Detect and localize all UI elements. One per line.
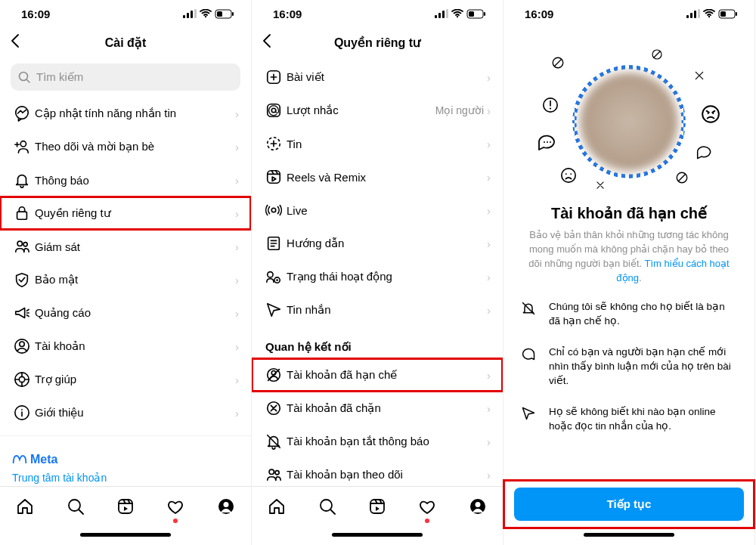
svg-point-68	[544, 141, 545, 143]
tab-home[interactable]	[268, 497, 286, 519]
row-guides[interactable]: Hướng dẫn ›	[252, 227, 503, 260]
row-story[interactable]: Tin ›	[252, 127, 503, 160]
svg-line-22	[79, 509, 83, 514]
row-live[interactable]: Live ›	[252, 194, 503, 227]
blocked-icon	[265, 400, 282, 416]
row-messaging-update[interactable]: Cập nhật tính năng nhắn tin ›	[0, 97, 251, 130]
tab-search[interactable]	[318, 497, 336, 519]
row-account[interactable]: Tài khoản ›	[0, 330, 251, 363]
chevron-right-icon: ›	[235, 373, 239, 386]
chevron-right-icon: ›	[487, 204, 491, 217]
back-button[interactable]	[8, 30, 23, 54]
shield-icon	[14, 271, 30, 288]
chevron-right-icon: ›	[487, 138, 491, 150]
chevron-left-icon	[262, 33, 271, 48]
row-follow-invite[interactable]: Theo dõi và mời bạn bè ›	[0, 130, 251, 163]
row-restricted-accounts[interactable]: Tài khoản đã hạn chế ›	[252, 358, 503, 392]
svg-point-50	[275, 471, 279, 475]
meta-block: Meta Trung tâm tài khoản Kiểm soát chế đ…	[0, 442, 251, 486]
svg-point-71	[562, 169, 575, 182]
story-icon	[265, 135, 282, 152]
comment-icon	[521, 346, 536, 361]
continue-button[interactable]: Tiếp tục	[514, 488, 744, 521]
section-connections: Quan hệ kết nối	[252, 327, 503, 358]
svg-point-78	[712, 113, 714, 114]
reels-icon	[368, 497, 386, 516]
screen-privacy: 16:09 Quyền riêng tư Bài viết › Lượt nhắ…	[252, 0, 503, 545]
svg-point-39	[271, 208, 276, 212]
row-help[interactable]: Trợ giúp ›	[0, 363, 251, 396]
svg-rect-7	[217, 11, 222, 17]
block-icon	[551, 56, 565, 70]
chevron-right-icon: ›	[235, 207, 239, 220]
tab-profile[interactable]	[217, 497, 235, 519]
svg-rect-6	[232, 12, 234, 16]
search-placeholder: Tìm kiếm	[36, 70, 83, 84]
chevron-right-icon: ›	[487, 171, 491, 184]
row-notifications[interactable]: Thông báo ›	[0, 163, 251, 197]
svg-rect-38	[268, 171, 280, 184]
close-icon	[595, 180, 606, 190]
screen-restrict-intro: 16:09 Tài khoản đã hạn chế Bảo vệ bản th…	[503, 0, 755, 545]
notification-dot	[425, 519, 429, 523]
svg-rect-29	[446, 9, 448, 18]
reels-icon	[116, 497, 135, 516]
comment-icon	[538, 135, 557, 151]
tab-home[interactable]	[16, 497, 34, 519]
tab-activity[interactable]	[418, 497, 436, 519]
row-messages[interactable]: Tin nhắn ›	[252, 293, 503, 327]
tab-activity[interactable]	[166, 497, 184, 519]
add-user-icon	[14, 138, 30, 155]
heart-icon	[418, 497, 436, 516]
lock-icon	[14, 205, 30, 221]
row-supervision[interactable]: Giám sát ›	[0, 230, 251, 263]
chevron-right-icon: ›	[235, 174, 239, 187]
block-icon	[651, 48, 663, 60]
people-icon	[14, 238, 30, 255]
svg-rect-28	[442, 11, 445, 18]
nav-header: Cài đặt	[0, 27, 251, 57]
chevron-right-icon: ›	[235, 274, 239, 286]
row-security[interactable]: Bảo mật ›	[0, 263, 251, 296]
svg-point-41	[268, 272, 273, 277]
status-bar: 16:09	[0, 0, 251, 27]
chevron-right-icon: ›	[487, 304, 491, 317]
row-about[interactable]: Giới thiệu ›	[0, 396, 251, 429]
status-indicators	[686, 9, 738, 19]
chevron-right-icon: ›	[487, 402, 491, 415]
screen-settings: 16:09 Cài đặt Tìm kiếm Cập nhật tính năn…	[0, 0, 252, 545]
row-ads[interactable]: Quảng cáo ›	[0, 296, 251, 330]
row-following-accounts[interactable]: Tài khoản bạn theo dõi ›	[252, 458, 503, 486]
tab-reels[interactable]	[116, 497, 135, 519]
svg-point-11	[20, 141, 26, 147]
tab-profile[interactable]	[469, 497, 487, 519]
benefit-list: Chúng tôi sẽ không cho họ biết là bạn đã…	[503, 285, 754, 465]
row-detail: Mọi người	[435, 104, 484, 116]
svg-rect-62	[736, 12, 737, 16]
row-privacy[interactable]: Quyền riêng tư ›	[0, 197, 251, 230]
svg-rect-3	[194, 9, 197, 18]
chevron-right-icon: ›	[487, 369, 491, 382]
at-icon	[265, 102, 282, 119]
row-activity-status[interactable]: Trạng thái hoạt động ›	[252, 260, 503, 293]
row-reels-remix[interactable]: Reels và Remix ›	[252, 160, 503, 194]
profile-icon	[469, 497, 487, 516]
search-input[interactable]: Tìm kiếm	[11, 63, 240, 91]
row-mentions[interactable]: Lượt nhắc Mọi người ›	[252, 94, 503, 127]
status-bar: 16:09	[503, 0, 754, 27]
megaphone-icon	[14, 305, 30, 321]
chevron-right-icon: ›	[235, 107, 239, 120]
svg-point-18	[19, 376, 24, 382]
row-muted-accounts[interactable]: Tài khoản bạn tắt thông báo ›	[252, 425, 503, 458]
tab-reels[interactable]	[368, 497, 386, 519]
back-button[interactable]	[259, 30, 274, 54]
search-icon	[18, 71, 30, 83]
tab-search[interactable]	[67, 497, 85, 519]
svg-rect-56	[686, 15, 689, 18]
messenger-icon	[14, 105, 30, 122]
chevron-right-icon: ›	[487, 104, 491, 117]
home-indicator	[252, 528, 503, 545]
accounts-center-link[interactable]: Trung tâm tài khoản	[12, 471, 239, 486]
row-posts[interactable]: Bài viết ›	[252, 60, 503, 94]
row-blocked-accounts[interactable]: Tài khoản đã chặn ›	[252, 392, 503, 425]
